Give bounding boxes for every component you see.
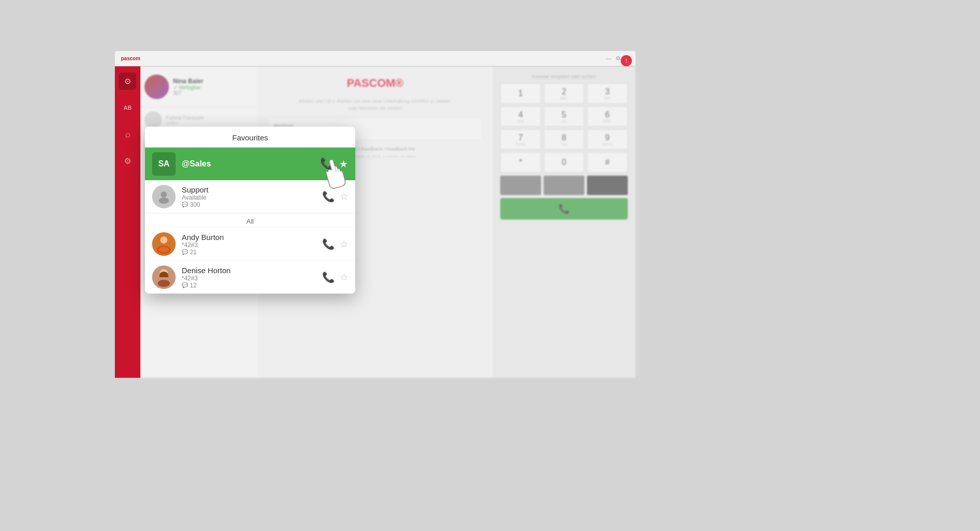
denise-messages: 💬 12 [182, 282, 316, 289]
minimize-button[interactable]: — [606, 55, 611, 62]
denise-actions: 📞 ☆ [322, 271, 348, 283]
sales-avatar: SA [152, 152, 176, 176]
favourites-dropdown: Favourites SA @Sales 📞 ★ Support Availab… [145, 127, 355, 294]
all-item-denise[interactable]: Denise Horton *42#3 💬 12 📞 ☆ [145, 261, 355, 294]
sidebar: ⊙ AB ⌕ ⚙ [115, 66, 140, 378]
sidebar-item-settings[interactable]: ⚙ [119, 152, 136, 170]
favourite-item-support[interactable]: Support Available 💬 300 📞 ☆ [145, 180, 355, 213]
svg-point-3 [160, 236, 167, 244]
support-name: Support [182, 185, 316, 194]
denise-call-button[interactable]: 📞 [322, 271, 335, 283]
andy-info: Andy Burton *42#3 💬 21 [182, 233, 316, 256]
sales-call-button[interactable]: 📞 [320, 157, 334, 171]
svg-point-1 [159, 198, 169, 204]
support-star-button[interactable]: ☆ [340, 191, 348, 202]
support-avatar [152, 185, 176, 208]
support-status: Available [182, 194, 316, 201]
andy-avatar [152, 232, 176, 256]
all-section-header: All [145, 213, 355, 228]
all-item-andy[interactable]: Andy Burton *42#3 💬 21 📞 ☆ [145, 228, 355, 261]
dropdown-header: Favourites [145, 127, 355, 148]
svg-point-8 [158, 280, 170, 287]
sales-star-button[interactable]: ★ [339, 158, 348, 170]
sidebar-item-search[interactable]: ⌕ [119, 126, 136, 143]
sales-name: @Sales [182, 159, 314, 168]
andy-star-button[interactable]: ☆ [340, 238, 348, 250]
denise-name: Denise Horton [182, 266, 316, 275]
settings-window-button[interactable]: ⚙ [616, 55, 621, 62]
support-extension: 💬 300 [182, 201, 316, 208]
favourite-item-sales[interactable]: SA @Sales 📞 ★ [145, 148, 355, 180]
sidebar-item-contacts[interactable]: AB [119, 99, 136, 116]
andy-call-button[interactable]: 📞 [322, 238, 335, 250]
andy-actions: 📞 ☆ [322, 238, 348, 250]
app-name-label: pascom [121, 56, 140, 61]
support-call-button[interactable]: 📞 [322, 190, 335, 203]
support-info: Support Available 💬 300 [182, 185, 316, 208]
andy-extension: *42#3 [182, 242, 316, 249]
andy-messages: 💬 21 [182, 249, 316, 256]
sidebar-item-home[interactable]: ⊙ [119, 73, 136, 90]
svg-point-0 [161, 191, 167, 198]
sales-info: @Sales [182, 159, 314, 168]
denise-avatar [152, 266, 176, 289]
support-actions: 📞 ☆ [322, 190, 348, 203]
notification-badge: ! [621, 55, 632, 66]
denise-star-button[interactable]: ☆ [340, 272, 348, 283]
denise-extension: *42#3 [182, 275, 316, 282]
window-chrome: pascom — ⚙ ✕ [115, 51, 635, 66]
sales-actions: 📞 ★ [320, 157, 348, 171]
svg-point-5 [158, 247, 169, 253]
denise-info: Denise Horton *42#3 💬 12 [182, 266, 316, 289]
andy-name: Andy Burton [182, 233, 316, 242]
